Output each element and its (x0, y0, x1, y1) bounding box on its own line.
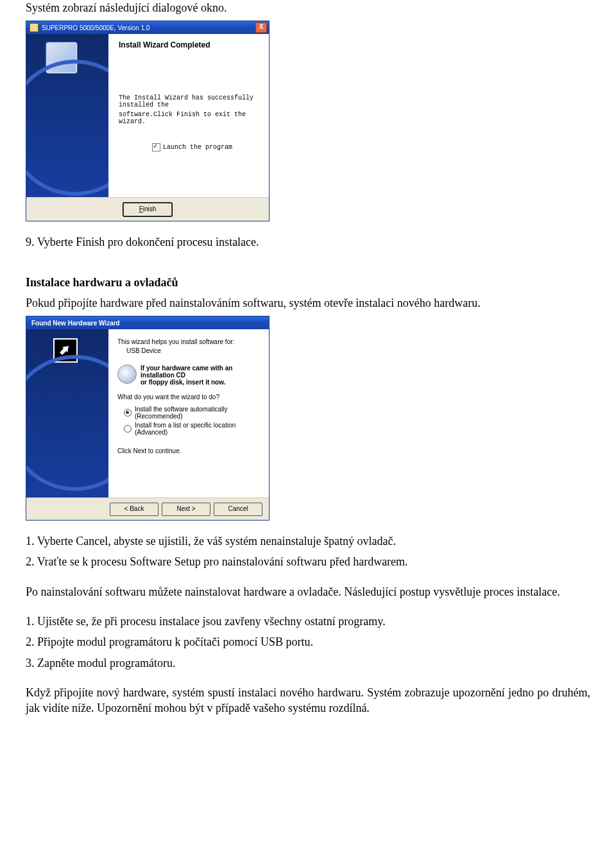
radio-list[interactable] (124, 425, 132, 433)
cancel-button[interactable]: Cancel (214, 503, 262, 516)
wizard-side-graphic (26, 329, 108, 497)
section-intro: Pokud připojíte hardware před nainstalov… (26, 295, 590, 311)
box-icon (46, 42, 78, 74)
launch-checkbox[interactable] (152, 143, 160, 151)
install-wizard-dialog: SUPERPRO 5000/5000E, Version 1.0 X Insta… (26, 21, 270, 221)
next-button[interactable]: Next > (162, 503, 210, 516)
hardware-wizard-dialog: Found New Hardware Wizard This wizard he… (26, 316, 270, 521)
wizard-text-line1: The Install Wizard has successfully inst… (119, 94, 259, 108)
wizard-subtitle: This wizard helps you install software f… (117, 338, 260, 345)
paragraph-2: Po nainstalování softwaru můžete nainsta… (26, 584, 590, 599)
radio-auto-label: Install the software automatically (Reco… (135, 406, 260, 420)
num2-2: 2. Připojte modul programátoru k počítač… (26, 634, 590, 650)
info-line2: or floppy disk, insert it now. (141, 379, 260, 386)
window-title: SUPERPRO 5000/5000E, Version 1.0 (42, 24, 255, 31)
radio-auto[interactable] (124, 409, 132, 417)
wizard-heading: Install Wizard Completed (119, 40, 259, 49)
continue-text: Click Next to continue. (117, 447, 260, 454)
cd-icon (117, 365, 137, 384)
titlebar: SUPERPRO 5000/5000E, Version 1.0 X (26, 21, 269, 34)
device-name: USB Device (126, 347, 260, 354)
wizard-text-line2: software.Click Finish to exit the wizard… (119, 111, 259, 125)
intro-text: Systém zobrazí následující dialogové okn… (26, 0, 590, 15)
window-title: Found New Hardware Wizard (30, 320, 267, 327)
step-9-text: 9. Vyberte Finish pro dokončení procesu … (26, 234, 590, 250)
wizard-question: What do you want the wizard to do? (117, 393, 260, 401)
wizard-side-graphic (26, 34, 108, 197)
back-button[interactable]: < Back (110, 503, 158, 516)
titlebar: Found New Hardware Wizard (26, 316, 269, 329)
numbered-1: 1. Vyberte Cancel, abyste se ujistili, ž… (26, 533, 590, 549)
num2-3: 3. Zapněte modul programátoru. (26, 655, 590, 671)
info-line1: If your hardware came with an installati… (141, 365, 260, 379)
app-icon (30, 23, 38, 32)
section-title: Instalace hardwaru a ovladačů (26, 275, 590, 290)
usb-device-icon (53, 338, 78, 363)
radio-list-label: Install from a list or specific location… (135, 422, 260, 436)
finish-button[interactable]: Finish (123, 203, 172, 216)
final-paragraph: Když připojíte nový hardware, systém spu… (26, 685, 590, 716)
num2-1: 1. Ujistěte se, že při procesu instalace… (26, 614, 590, 629)
numbered-2: 2. Vraťte se k procesu Software Setup pr… (26, 554, 590, 569)
close-icon[interactable]: X (255, 22, 267, 33)
launch-label: Launch the program (163, 144, 232, 151)
